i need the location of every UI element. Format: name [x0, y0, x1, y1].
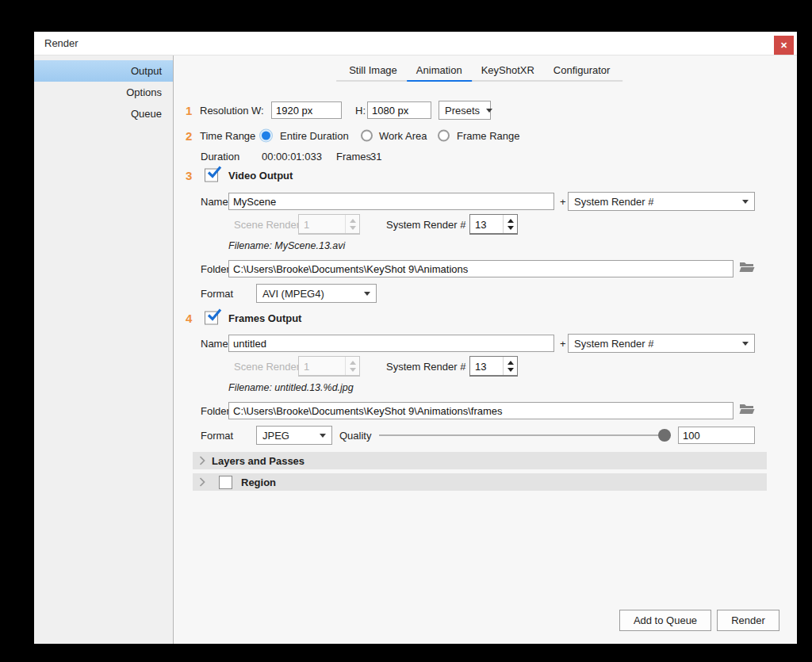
- tab-keyshotxr[interactable]: KeyShotXR: [472, 62, 544, 82]
- spinner-arrows: [345, 215, 359, 233]
- video-output-checkbox[interactable]: [205, 169, 218, 182]
- spin-down-icon: [350, 368, 356, 372]
- step-4-label: 4: [186, 312, 192, 325]
- spin-up-icon: [508, 219, 514, 223]
- video-folder-label: Folder: [201, 263, 230, 275]
- close-icon: ✕: [780, 40, 787, 51]
- frames-format-dropdown[interactable]: JPEG: [256, 426, 332, 445]
- slider-track: [379, 434, 671, 436]
- frames-output-row: 4 Frames Output: [174, 309, 797, 327]
- spinner-arrows[interactable]: [503, 215, 517, 233]
- render-button[interactable]: Render: [717, 610, 779, 631]
- video-scene-render-spinner: 1: [298, 214, 360, 235]
- frame-range-label: Frame Range: [457, 130, 519, 142]
- frames-scene-render-label: Scene Render #: [234, 361, 308, 373]
- render-dialog: Render ✕ Output Options Queue Still Imag…: [34, 32, 797, 644]
- quality-label: Quality: [339, 430, 371, 442]
- checkmark-icon: [206, 164, 222, 180]
- width-input[interactable]: [271, 101, 342, 119]
- frames-suffix-value: System Render #: [574, 338, 653, 350]
- video-filename: Filename: MyScene.13.avi: [228, 240, 345, 251]
- slider-thumb[interactable]: [658, 429, 671, 442]
- sidebar-item-output[interactable]: Output: [34, 60, 173, 82]
- frames-format-label: Format: [201, 430, 233, 442]
- video-plus-label: +: [560, 196, 566, 208]
- output-panel: Still Image Animation KeyShotXR Configur…: [174, 55, 797, 644]
- video-name-label: Name: [201, 196, 228, 208]
- resolution-row: 1 Resolution W: H: Presets: [174, 100, 797, 121]
- video-format-value: AVI (MPEG4): [262, 288, 324, 300]
- time-range-row: 2 Time Range Entire Duration Work Area F…: [174, 125, 797, 146]
- layers-passes-section-header[interactable]: Layers and Passes: [193, 452, 767, 469]
- frames-folder-input[interactable]: [228, 402, 733, 419]
- video-scene-render-label: Scene Render #: [234, 219, 308, 231]
- frames-folder-row: Folder: [174, 400, 797, 421]
- quality-value-input[interactable]: [678, 427, 755, 444]
- chevron-down-icon: [486, 109, 492, 113]
- title-bar: Render ✕: [34, 32, 797, 55]
- frames-name-label: Name: [201, 338, 228, 350]
- tab-still-image[interactable]: Still Image: [339, 62, 407, 82]
- frames-format-row: Format JPEG Quality: [174, 425, 797, 446]
- step-2-label: 2: [186, 129, 192, 143]
- frames-output-checkbox[interactable]: [205, 312, 218, 325]
- entire-duration-radio[interactable]: [260, 130, 272, 142]
- step-3-label: 3: [186, 169, 192, 182]
- width-label: W:: [251, 105, 264, 117]
- video-output-title: Video Output: [228, 170, 293, 182]
- layers-passes-title: Layers and Passes: [212, 455, 304, 467]
- video-suffix-value: System Render #: [574, 196, 653, 208]
- frames-filename: Filename: untitled.13.%d.jpg: [228, 382, 354, 393]
- video-format-dropdown[interactable]: AVI (MPEG4): [256, 284, 377, 303]
- frame-range-radio[interactable]: [438, 130, 450, 142]
- video-format-label: Format: [201, 288, 233, 300]
- spinner-arrows[interactable]: [503, 357, 517, 375]
- video-suffix-dropdown[interactable]: System Render #: [568, 192, 755, 211]
- video-scene-render-value: 1: [299, 215, 345, 233]
- spin-up-icon: [350, 361, 356, 365]
- frames-scene-render-value: 1: [299, 357, 345, 375]
- frames-render-number-row: Scene Render # 1 System Render # 13: [174, 355, 797, 377]
- folder-browse-icon[interactable]: [739, 404, 755, 418]
- video-name-input[interactable]: [228, 193, 554, 210]
- duration-label: Duration: [201, 151, 239, 163]
- video-name-row: Name + System Render #: [174, 191, 797, 212]
- step-1-label: 1: [186, 104, 192, 117]
- sidebar: Output Options Queue: [34, 55, 174, 644]
- work-area-label: Work Area: [379, 130, 427, 142]
- video-system-render-label: System Render #: [386, 219, 465, 231]
- chevron-right-icon: [199, 456, 205, 465]
- video-folder-input[interactable]: [228, 260, 733, 277]
- video-system-render-spinner[interactable]: 13: [469, 214, 518, 235]
- chevron-down-icon: [742, 200, 749, 204]
- spin-up-icon: [350, 219, 356, 223]
- region-title: Region: [241, 476, 276, 488]
- quality-slider[interactable]: [379, 429, 671, 442]
- region-section-header[interactable]: Region: [193, 473, 767, 491]
- tab-animation[interactable]: Animation: [407, 62, 472, 82]
- video-render-number-row: Scene Render # 1 System Render # 13: [174, 213, 797, 235]
- frames-suffix-dropdown[interactable]: System Render #: [568, 334, 755, 353]
- close-button[interactable]: ✕: [774, 36, 794, 55]
- frames-system-render-spinner[interactable]: 13: [469, 356, 518, 377]
- folder-browse-icon[interactable]: [739, 262, 755, 276]
- video-system-render-value: 13: [470, 215, 503, 233]
- tab-bar: Still Image Animation KeyShotXR Configur…: [336, 62, 622, 82]
- sidebar-item-options[interactable]: Options: [34, 82, 173, 103]
- presets-dropdown[interactable]: Presets: [439, 101, 491, 120]
- frames-value: 31: [370, 151, 381, 163]
- frames-output-title: Frames Output: [228, 312, 301, 324]
- tab-configurator[interactable]: Configurator: [544, 62, 620, 82]
- video-output-row: 3 Video Output: [174, 166, 797, 184]
- spin-down-icon: [350, 226, 356, 230]
- frames-system-render-value: 13: [470, 357, 503, 375]
- add-to-queue-button[interactable]: Add to Queue: [619, 610, 711, 631]
- height-input[interactable]: [367, 101, 431, 119]
- sidebar-item-queue[interactable]: Queue: [34, 103, 173, 124]
- frames-name-input[interactable]: [228, 335, 554, 352]
- video-folder-row: Folder: [174, 258, 797, 279]
- entire-duration-label: Entire Duration: [280, 130, 349, 142]
- work-area-radio[interactable]: [361, 130, 373, 142]
- region-checkbox[interactable]: [219, 476, 232, 489]
- duration-row: Duration 00:00:01:033 Frames 31: [174, 149, 797, 163]
